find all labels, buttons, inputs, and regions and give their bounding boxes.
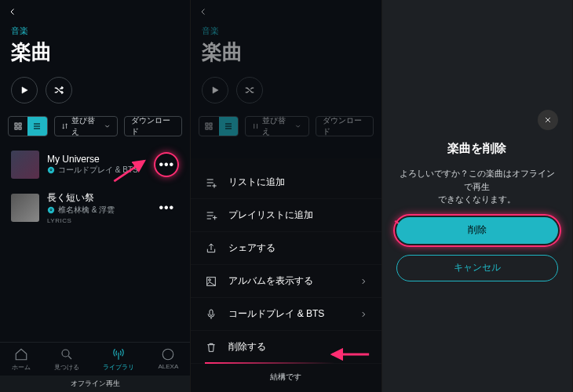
tab-library[interactable]: ライブラリ — [103, 347, 134, 372]
screen-library: 音楽 楽曲 並び替え ダウンロード My Univ — [0, 0, 191, 392]
sheet-share[interactable]: シェアする — [191, 232, 381, 265]
download-button[interactable]: ダウンロード — [124, 116, 182, 136]
downloaded-icon — [47, 206, 55, 214]
play-button[interactable] — [202, 77, 228, 103]
sheet-artist[interactable]: コールドプレイ & BTS — [191, 298, 381, 331]
back-row — [191, 0, 381, 25]
play-button[interactable] — [11, 77, 38, 103]
more-button[interactable]: ••• — [154, 195, 179, 220]
track-meta: 長く短い祭 椎名林檎 & 浮雲 LYRICS — [47, 191, 146, 224]
button-label: 削除 — [468, 223, 487, 237]
list-view-button[interactable] — [219, 117, 238, 136]
track-meta: My Universe コールドプレイ & BTS — [47, 154, 146, 176]
sheet-label: アルバムを表示する — [228, 274, 313, 288]
svg-rect-9 — [210, 123, 212, 125]
toolbar: 並び替え ダウンロード — [0, 111, 190, 144]
close-button[interactable] — [538, 110, 558, 130]
track-title: 長く短い祭 — [47, 191, 146, 205]
microphone-icon — [205, 308, 217, 321]
screen-delete-dialog: 楽曲を削除 よろしいですか？この楽曲はオフラインで再生 できなくなります。 削除… — [382, 0, 573, 392]
svg-rect-0 — [15, 123, 17, 125]
action-sheet: リストに追加 プレイリストに追加 シェアする アルバムを表示する コールドプレイ… — [191, 158, 381, 392]
svg-rect-14 — [210, 310, 213, 315]
grid-view-button[interactable] — [199, 117, 218, 136]
svg-point-6 — [62, 350, 69, 357]
tab-home[interactable]: ホーム — [12, 347, 31, 372]
annotation-underline — [205, 362, 334, 364]
dialog-title: 楽曲を削除 — [447, 141, 506, 156]
page-title: 楽曲 — [0, 37, 190, 72]
button-label: キャンセル — [454, 261, 501, 274]
tab-label: ALEXA — [158, 363, 178, 370]
chevron-down-icon — [104, 122, 111, 130]
screen-context-menu: 音楽 楽曲 並び替え ダウンロード リストに追加 プレイリストに追加 シェアする… — [191, 0, 381, 392]
tab-alexa[interactable]: ALEXA — [158, 347, 178, 372]
track-title: My Universe — [47, 154, 146, 165]
sheet-label: コールドプレイ & BTS — [228, 307, 324, 321]
track-artist: 椎名林檎 & 浮雲 — [58, 205, 115, 216]
track-artist: コールドプレイ & BTS — [58, 165, 138, 176]
dialog: 楽曲を削除 よろしいですか？この楽曲はオフラインで再生 できなくなります。 削除… — [382, 141, 572, 281]
back-icon[interactable] — [199, 5, 208, 20]
sheet-label: シェアする — [228, 241, 276, 255]
sort-button[interactable]: 並び替え — [245, 116, 309, 136]
chevron-right-icon — [359, 310, 367, 318]
trash-icon — [205, 341, 217, 354]
dialog-message: よろしいですか？この楽曲はオフラインで再生 できなくなります。 — [396, 167, 558, 206]
tab-label: ホーム — [12, 363, 31, 372]
tab-bar: ホーム 見つける ライブラリ ALEXA — [0, 342, 190, 375]
tab-label: ライブラリ — [103, 363, 134, 372]
page-title: 楽曲 — [191, 37, 381, 72]
tab-label: 見つける — [54, 363, 79, 372]
svg-rect-8 — [206, 123, 208, 125]
back-icon[interactable] — [8, 5, 17, 20]
breadcrumb: 音楽 — [191, 25, 381, 37]
sheet-label: プレイリストに追加 — [228, 209, 313, 222]
breadcrumb: 音楽 — [0, 25, 190, 37]
tab-find[interactable]: 見つける — [54, 347, 79, 372]
list-view-button[interactable] — [27, 117, 46, 136]
back-row — [0, 0, 190, 25]
cancel-button[interactable]: キャンセル — [396, 255, 558, 281]
svg-rect-2 — [15, 127, 17, 129]
sort-button[interactable]: 並び替え — [54, 116, 119, 136]
svg-point-13 — [209, 278, 211, 281]
download-button[interactable]: ダウンロード — [316, 116, 374, 136]
delete-confirm-button[interactable]: 削除 — [396, 217, 558, 244]
sheet-add-to-queue[interactable]: リストに追加 — [191, 166, 381, 199]
view-toggle — [8, 116, 48, 136]
sort-label: 並び替え — [71, 115, 100, 137]
sheet-add-to-playlist[interactable]: プレイリストに追加 — [191, 199, 381, 232]
svg-rect-10 — [206, 127, 208, 129]
track-row[interactable]: 長く短い祭 椎名林檎 & 浮雲 LYRICS ••• — [0, 185, 190, 230]
album-art — [11, 194, 39, 222]
track-row[interactable]: My Universe コールドプレイ & BTS ••• — [0, 144, 190, 185]
share-icon — [205, 242, 217, 255]
album-art — [11, 151, 39, 179]
shuffle-button[interactable] — [236, 77, 263, 103]
shuffle-button[interactable] — [46, 77, 72, 103]
svg-rect-1 — [19, 123, 21, 125]
sheet-dismiss[interactable]: 結構です — [191, 364, 381, 387]
sheet-show-album[interactable]: アルバムを表示する — [191, 265, 381, 298]
lyrics-tag: LYRICS — [47, 217, 146, 224]
sheet-label: リストに追加 — [228, 176, 285, 189]
downloaded-icon — [47, 166, 55, 174]
svg-point-7 — [163, 349, 174, 360]
more-button[interactable]: ••• — [154, 152, 179, 177]
svg-rect-3 — [19, 127, 21, 129]
svg-rect-11 — [210, 127, 212, 129]
album-icon — [205, 275, 217, 288]
queue-icon — [205, 176, 217, 189]
grid-view-button[interactable] — [9, 117, 27, 136]
sheet-delete[interactable]: 削除する — [191, 331, 381, 364]
close-icon — [544, 116, 552, 124]
chevron-right-icon — [359, 278, 367, 285]
playlist-add-icon — [205, 209, 217, 222]
offline-bar: オフライン再生 — [0, 376, 190, 392]
download-label: ダウンロード — [131, 115, 175, 137]
sheet-label: 削除する — [228, 340, 266, 354]
